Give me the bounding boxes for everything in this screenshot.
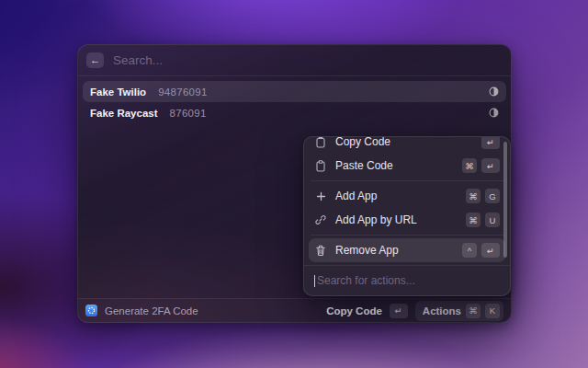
primary-action-button[interactable]: Copy Code (326, 305, 382, 316)
app-code: 876091 (170, 108, 207, 119)
menu-item-label: Add App (335, 190, 377, 202)
actions-search-input[interactable]: Search for actions... (304, 265, 510, 295)
footer-bar: Generate 2FA Code Copy Code ↵ Actions ⌘ … (78, 298, 511, 322)
menu-divider (311, 235, 503, 236)
list-item-fake-raycast[interactable]: Fake Raycast 876091 (83, 102, 506, 123)
return-key-badge: ↵ (481, 136, 500, 149)
menu-item-label: Copy Code (335, 136, 390, 148)
totp-timer-icon (489, 108, 499, 118)
menu-divider (311, 180, 503, 181)
back-button[interactable]: ← (86, 52, 104, 68)
cmd-key-badge: ⌘ (466, 189, 481, 203)
search-header: ← Search... (78, 45, 511, 76)
extension-label: Generate 2FA Code (105, 305, 198, 316)
plus-icon (314, 191, 327, 201)
app-list: Fake Twilio 94876091 Fake Raycast 876091 (78, 76, 511, 128)
actions-popover: Copy Code ↵ Paste Code ⌘ ↵ (303, 136, 511, 296)
back-arrow-icon: ← (90, 55, 100, 65)
menu-item-label: Paste Code (335, 159, 393, 172)
actions-menu-button[interactable]: Actions ⌘ K (415, 301, 503, 321)
totp-timer-icon (489, 86, 499, 97)
cmd-key-badge: ⌘ (466, 304, 481, 318)
trash-icon (314, 245, 327, 257)
menu-item-add-app-by-url[interactable]: Add App by URL ⌘ U (309, 208, 505, 232)
text-cursor (314, 275, 315, 287)
ctrl-key-badge: ^ (462, 243, 477, 258)
actions-label: Actions (423, 305, 461, 316)
actions-search-placeholder: Search for actions... (317, 274, 415, 287)
return-key-badge: ↵ (481, 158, 500, 173)
popover-scrollbar[interactable] (503, 142, 507, 258)
app-name: Fake Twilio (90, 86, 146, 98)
return-key-badge: ↵ (390, 304, 408, 318)
menu-item-add-app[interactable]: Add App ⌘ G (309, 184, 505, 208)
search-input[interactable]: Search... (113, 53, 163, 67)
list-item-fake-twilio[interactable]: Fake Twilio 94876091 (83, 81, 506, 102)
u-key-badge: U (485, 213, 500, 227)
2fa-extension-icon (85, 305, 97, 316)
paste-clipboard-icon (314, 160, 327, 172)
g-key-badge: G (485, 189, 500, 203)
cmd-key-badge: ⌘ (462, 158, 477, 173)
return-key-badge: ↵ (481, 243, 500, 258)
app-code: 94876091 (158, 86, 208, 98)
link-icon (314, 214, 327, 225)
menu-item-label: Add App by URL (335, 213, 417, 226)
cmd-key-badge: ⌘ (466, 213, 481, 227)
menu-item-copy-code[interactable]: Copy Code ↵ (309, 136, 505, 154)
app-name: Fake Raycast (90, 108, 158, 119)
menu-item-paste-code[interactable]: Paste Code ⌘ ↵ (309, 154, 505, 178)
desktop-wallpaper: ← Search... Fake Twilio 94876091 (0, 0, 588, 368)
menu-item-label: Remove App (335, 244, 399, 257)
menu-item-remove-app[interactable]: Remove App ^ ↵ (309, 238, 505, 262)
actions-menu-list: Copy Code ↵ Paste Code ⌘ ↵ (304, 136, 510, 262)
copy-clipboard-icon (314, 136, 327, 148)
k-key-badge: K (485, 304, 500, 318)
